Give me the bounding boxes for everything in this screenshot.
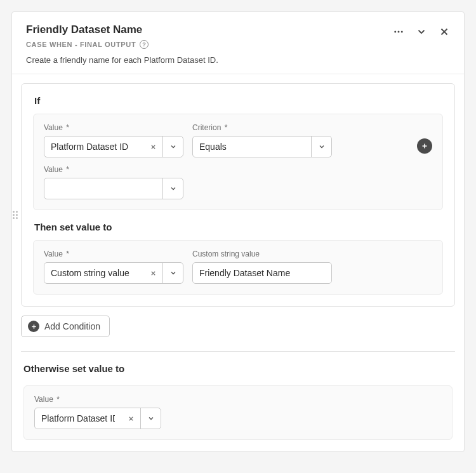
add-condition-label: Add Condition	[44, 321, 100, 331]
required-asterisk: *	[64, 165, 69, 174]
panel-subtitle: CASE WHEN - FINAL OUTPUT ?	[26, 40, 393, 49]
if-sub-card: Value *	[33, 114, 443, 210]
if-value2-field: Value *	[44, 165, 183, 199]
plus-circle-icon	[28, 321, 39, 332]
then-value-label: Value *	[44, 250, 183, 258]
then-section-title: Then set value to	[34, 222, 443, 232]
then-custom-field: Custom string value	[192, 250, 332, 284]
label-text: Value	[44, 123, 63, 132]
chevron-down-icon[interactable]	[162, 137, 183, 157]
svg-point-2	[401, 31, 403, 33]
condition-card: If Value *	[21, 83, 455, 307]
if-row-1: Value *	[44, 123, 432, 157]
then-value-combo[interactable]	[44, 262, 183, 284]
if-criterion-input[interactable]	[193, 137, 311, 157]
help-icon[interactable]: ?	[140, 40, 149, 49]
if-row-2: Value *	[44, 165, 432, 199]
chevron-down-icon[interactable]	[162, 178, 183, 199]
required-asterisk: *	[64, 250, 69, 258]
close-icon[interactable]	[439, 26, 450, 37]
label-text: Value	[44, 250, 63, 258]
if-value2-input[interactable]	[44, 178, 162, 199]
drag-handle-icon[interactable]	[13, 211, 18, 219]
if-criterion-field: Criterion *	[192, 123, 332, 157]
panel-body: If Value *	[12, 74, 464, 451]
otherwise-value-field: Value *	[34, 395, 442, 429]
custom-string-input[interactable]	[192, 262, 332, 284]
otherwise-title: Otherwise set value to	[23, 363, 453, 374]
label-text: Criterion	[192, 123, 221, 132]
panel-description: Create a friendly name for each Platform…	[26, 55, 393, 65]
required-asterisk: *	[64, 123, 69, 132]
then-sub-card: Value * Custom st	[33, 240, 443, 295]
clear-icon[interactable]	[143, 263, 162, 283]
if-value1-field: Value *	[44, 123, 183, 157]
if-value1-combo[interactable]	[44, 136, 183, 157]
if-value1-input[interactable]	[44, 137, 143, 157]
if-value2-combo[interactable]	[44, 178, 183, 199]
required-asterisk: *	[55, 395, 60, 404]
panel-header-actions	[393, 23, 450, 37]
more-icon[interactable]	[393, 26, 404, 37]
then-value-field: Value *	[44, 250, 183, 284]
chevron-down-icon[interactable]	[140, 408, 161, 429]
clear-icon[interactable]	[121, 408, 140, 429]
otherwise-section: Otherwise set value to Value *	[21, 363, 455, 443]
derived-field-panel: Friendly Dataset Name CASE WHEN - FINAL …	[11, 11, 465, 452]
if-criterion-label: Criterion *	[192, 123, 332, 132]
if-value2-label: Value *	[44, 165, 183, 174]
if-criterion-combo[interactable]	[192, 136, 332, 157]
add-criterion-button[interactable]	[417, 138, 432, 154]
if-value1-label: Value *	[44, 123, 183, 132]
svg-point-0	[394, 31, 396, 33]
panel-header-left: Friendly Dataset Name CASE WHEN - FINAL …	[26, 23, 393, 65]
chevron-down-icon[interactable]	[416, 26, 427, 37]
otherwise-value-label: Value *	[34, 395, 442, 404]
page-title: Friendly Dataset Name	[26, 23, 393, 36]
subtitle-text: CASE WHEN - FINAL OUTPUT	[26, 41, 136, 48]
then-row: Value * Custom st	[44, 250, 432, 284]
label-text: Value	[34, 395, 53, 404]
svg-point-1	[398, 31, 400, 33]
clear-icon[interactable]	[143, 137, 162, 157]
divider	[21, 351, 455, 352]
chevron-down-icon[interactable]	[162, 263, 183, 283]
required-asterisk: *	[222, 123, 227, 132]
then-value-input[interactable]	[44, 263, 143, 283]
otherwise-value-input[interactable]	[35, 408, 121, 429]
if-section-title: If	[34, 95, 443, 106]
otherwise-card: Value *	[23, 385, 453, 440]
label-text: Value	[44, 165, 63, 174]
chevron-down-icon[interactable]	[311, 137, 331, 157]
add-condition-button[interactable]: Add Condition	[21, 316, 110, 337]
otherwise-value-combo[interactable]	[34, 408, 161, 429]
then-custom-label: Custom string value	[192, 250, 332, 258]
panel-header: Friendly Dataset Name CASE WHEN - FINAL …	[12, 12, 464, 74]
